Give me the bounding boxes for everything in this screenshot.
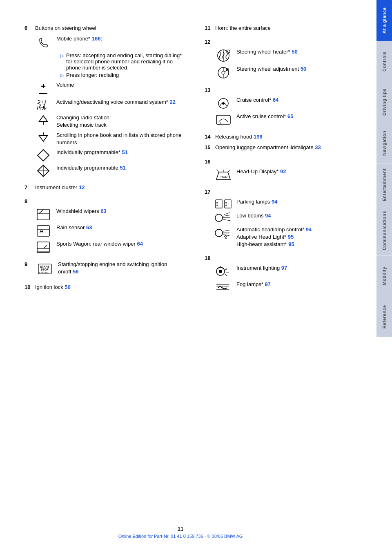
page-number: 11 (0, 526, 361, 532)
item-6-section: 6 Buttons on steering wheel (24, 25, 184, 177)
auto-headlamp-text: Automatic headlamp control* 94 Adaptive … (236, 226, 364, 248)
svg-line-35 (216, 170, 219, 172)
volume-row: + — Volume (33, 81, 184, 96)
windshield-text: Windshield wipers 63 (56, 208, 184, 215)
sidebar-tab-entertainment[interactable]: Entertainment (376, 163, 392, 206)
fog-text: Fog lamps* 97 (236, 281, 364, 288)
item-number-11: 11 (205, 25, 214, 31)
item-label-7: Instrument cluster 12 (35, 184, 184, 191)
item-12-section: 12 (205, 38, 364, 80)
up-arrow-icon (33, 114, 53, 125)
bullet-2: ▷ Press longer: redialing (60, 72, 184, 78)
star-diamond-icon (33, 164, 53, 177)
volume-icon: + — (33, 81, 53, 96)
rain-row: A Rain sensor 63 (33, 224, 184, 238)
item-8-subitems: Windshield wipers 63 A (33, 208, 184, 254)
auto-headlamp-icon: A (214, 226, 233, 240)
item-row-11: 11 Horn: the entire surface (205, 25, 364, 32)
sidebar-tab-communications[interactable]: Communications (376, 206, 392, 255)
voice-icon: ㍊ (33, 98, 53, 112)
item-18-subitems: * Instrument lighting 97 (214, 264, 364, 295)
bullet-1: ▷ Press: accepting and ending call, star… (60, 52, 184, 71)
cruise-text: Cruise control* 64 (236, 96, 364, 104)
lowbeam-icon (214, 212, 233, 224)
svg-line-50 (223, 219, 230, 221)
item-17-subitems: Parking lamps 94 (214, 198, 364, 248)
item-number-12: 12 (205, 39, 214, 45)
prog2-text: Individually programmable 51 (56, 164, 184, 172)
adjust-icon: • (214, 65, 233, 80)
mobile-phone-row: Mobile phone* 166: (33, 35, 184, 50)
svg-point-26 (222, 71, 225, 74)
svg-line-36 (228, 170, 230, 172)
svg-text:START: START (40, 265, 50, 268)
sidebar-tab-navigation[interactable]: Navigation (376, 123, 392, 163)
parking-row: Parking lamps 94 (214, 198, 364, 210)
sidebar-tab-at-a-glance[interactable]: At a glance (376, 0, 392, 41)
radio-row: Changing radio station Selecting music t… (33, 114, 184, 129)
cruise-row: Cruise control* 64 (214, 96, 364, 110)
sidebar-tab-mobility[interactable]: Mobility (376, 255, 392, 296)
rain-text: Rain sensor 63 (56, 224, 184, 231)
auto-headlamp-row: A Automatic headlamp control* 94 Adaptiv… (214, 226, 364, 248)
svg-point-61 (219, 270, 222, 273)
volume-label: Volume (56, 81, 184, 89)
sidebar-tab-controls[interactable]: Controls (376, 41, 392, 82)
page-footer: 11 Online Edition for Part-Nr. 01 41 0 1… (0, 526, 361, 539)
svg-line-54 (223, 230, 229, 231)
active-cruise-icon (214, 113, 233, 127)
item-number-14: 14 (205, 134, 214, 140)
bullet-arrow-2: ▷ (60, 73, 64, 78)
item-row-16: 16 (205, 158, 364, 165)
item-row-18: 18 (205, 255, 364, 261)
right-column: 11 Horn: the entire surface 12 (200, 25, 364, 301)
item-number-15: 15 (205, 144, 214, 150)
item-number-7: 7 (24, 184, 33, 190)
item-number-18: 18 (205, 255, 214, 261)
item-13-section: 13 (205, 87, 364, 127)
svg-point-47 (215, 214, 223, 222)
heater-text: Steering wheel heater* 50 (236, 48, 364, 56)
svg-rect-34 (216, 115, 230, 124)
fog-row: Fog lamps* 97 (214, 281, 364, 295)
sidebar: At a glance Controls Driving tips Naviga… (376, 0, 392, 555)
bullet-arrow-1: ▷ (60, 53, 64, 58)
heater-icon: * (214, 48, 233, 63)
adjust-text: Steering wheel adjustment 50 (236, 65, 364, 73)
item-row-13: 13 (205, 87, 364, 93)
prog1-text: Individually programmable* 51 (56, 149, 184, 156)
svg-marker-3 (39, 136, 47, 141)
item-number-10: 10 (24, 284, 33, 290)
instrument-lighting-text: Instrument lighting 97 (236, 264, 364, 272)
minus-sign: — (39, 90, 47, 96)
heater-row: * Steering wheel heater* 50 (214, 48, 364, 63)
item-row-14: 14 Releasing hood 196 (205, 133, 364, 141)
left-column: 6 Buttons on steering wheel (24, 25, 192, 301)
item-row-9: 9 START STOP ENGINE Starting/stopping en… (24, 261, 184, 277)
bullet-text-2: Press longer: redialing (66, 72, 119, 78)
sidebar-tab-driving-tips[interactable]: Driving tips (376, 82, 392, 123)
windshield-icon (33, 208, 53, 222)
item-row-6: 6 Buttons on steering wheel (24, 25, 184, 32)
svg-text:㍊: ㍊ (36, 99, 47, 112)
footer-text: Online Edition for Part-Nr. 01 41 0 159 … (118, 534, 243, 539)
svg-line-51 (224, 213, 230, 215)
svg-text:A: A (225, 236, 227, 240)
parking-icon (214, 198, 233, 210)
sidebar-tab-reference[interactable]: Reference (376, 296, 392, 337)
svg-text:A: A (40, 228, 44, 234)
hud-row: HUD Head-Up Display* 92 (214, 168, 364, 182)
bullet-text-1: Press: accepting and ending call, starti… (66, 52, 184, 71)
start-stop-icon: START STOP ENGINE (35, 261, 55, 277)
item-row-10: 10 Ignition lock 56 (24, 284, 184, 291)
item-number-16: 16 (205, 159, 214, 165)
windshield-row: Windshield wipers 63 (33, 208, 184, 222)
parking-text: Parking lamps 94 (236, 198, 364, 206)
scroll-text: Scrolling in phone book and in lists wit… (56, 132, 184, 146)
item-number-8: 8 (24, 198, 33, 204)
adjust-row: • Steering wheel adjustment 50 (214, 65, 364, 80)
hud-icon: HUD (214, 168, 233, 182)
main-content: 6 Buttons on steering wheel (0, 0, 376, 555)
hud-text: Head-Up Display* 92 (236, 168, 364, 175)
diamond-icon (33, 149, 53, 162)
